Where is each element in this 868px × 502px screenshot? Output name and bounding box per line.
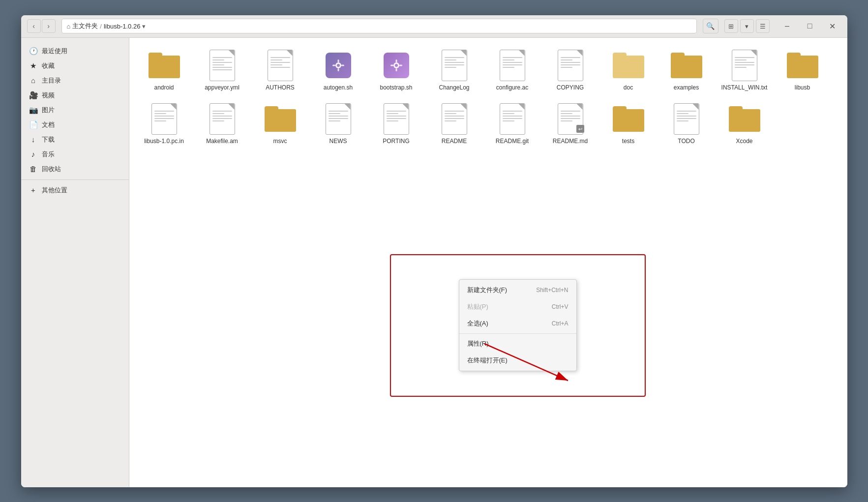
ctx-label-paste: 粘贴(P)	[467, 302, 488, 311]
path-home: 主文件夹	[72, 22, 98, 30]
context-menu-overlay: 新建文件夹(F) Shift+Ctrl+N 粘贴(P) Ctrl+V 全选(A)…	[129, 38, 847, 487]
close-button[interactable]: ✕	[822, 19, 843, 33]
toolbar-right: ⊞ ▾ ☰	[724, 19, 770, 33]
sidebar-label-trash: 回收站	[42, 165, 61, 174]
file-area[interactable]: android appveyor.yml	[129, 38, 847, 487]
sidebar-label-recent: 最近使用	[42, 47, 67, 56]
sidebar-label-other: 其他位置	[42, 186, 67, 195]
sort-button[interactable]: ▾	[740, 19, 754, 33]
ctx-label-properties: 属性(R)	[467, 339, 489, 348]
ctx-shortcut-new-folder: Shift+Ctrl+N	[536, 287, 568, 294]
trash-icon: 🗑	[29, 165, 38, 173]
sidebar: 🕐 最近使用 ★ 收藏 ⌂ 主目录 🎥 视频 📷 图片 📄 文档	[21, 38, 129, 487]
sidebar-label-downloads: 下载	[42, 135, 55, 144]
sidebar-item-home[interactable]: ⌂ 主目录	[21, 73, 129, 88]
ctx-shortcut-select-all: Ctrl+A	[552, 320, 569, 327]
ctx-item-new-folder[interactable]: 新建文件夹(F) Shift+Ctrl+N	[459, 282, 576, 298]
bookmarks-icon: ★	[29, 61, 38, 70]
path-current: libusb-1.0.26	[104, 23, 140, 30]
search-button[interactable]: 🔍	[703, 19, 718, 33]
main-area: 🕐 最近使用 ★ 收藏 ⌂ 主目录 🎥 视频 📷 图片 📄 文档	[21, 38, 847, 487]
sidebar-item-bookmarks[interactable]: ★ 收藏	[21, 59, 129, 73]
sidebar-item-music[interactable]: ♪ 音乐	[21, 147, 129, 162]
ctx-label-new-folder: 新建文件夹(F)	[467, 286, 508, 295]
sidebar-label-music: 音乐	[42, 150, 55, 159]
titlebar: ‹ › ⌂ 主文件夹 / libusb-1.0.26 ▾ 🔍 ⊞ ▾ ☰ – □…	[21, 15, 847, 38]
nav-arrows: ‹ ›	[27, 19, 56, 33]
ctx-item-properties[interactable]: 属性(R)	[459, 335, 576, 352]
sidebar-label-pictures: 图片	[42, 106, 55, 115]
minimize-button[interactable]: –	[777, 19, 798, 33]
home-dir-icon: ⌂	[29, 76, 38, 85]
maximize-button[interactable]: □	[799, 19, 821, 33]
home-icon: ⌂	[67, 23, 71, 30]
ctx-shortcut-paste: Ctrl+V	[552, 303, 569, 310]
sidebar-label-videos: 视频	[42, 91, 55, 100]
context-menu-box: 新建文件夹(F) Shift+Ctrl+N 粘贴(P) Ctrl+V 全选(A)…	[390, 254, 646, 397]
sidebar-item-recent[interactable]: 🕐 最近使用	[21, 44, 129, 59]
sidebar-label-documents: 文档	[42, 120, 55, 129]
ctx-item-select-all[interactable]: 全选(A) Ctrl+A	[459, 315, 576, 332]
ctx-divider	[459, 333, 576, 334]
sidebar-item-videos[interactable]: 🎥 视频	[21, 88, 129, 103]
sidebar-item-downloads[interactable]: ↓ 下载	[21, 132, 129, 147]
path-separator: /	[100, 23, 102, 30]
window-controls: – □ ✕	[777, 19, 843, 33]
dropdown-chevron-icon: ▾	[142, 23, 146, 30]
forward-button[interactable]: ›	[42, 19, 56, 33]
documents-icon: 📄	[29, 120, 38, 129]
ctx-label-select-all: 全选(A)	[467, 319, 488, 328]
sidebar-item-trash[interactable]: 🗑 回收站	[21, 162, 129, 177]
recent-icon: 🕐	[29, 47, 38, 56]
back-button[interactable]: ‹	[27, 19, 41, 33]
videos-icon: 🎥	[29, 91, 38, 100]
sidebar-divider	[21, 179, 129, 180]
sidebar-label-bookmarks: 收藏	[42, 61, 55, 70]
ctx-item-open-terminal[interactable]: 在终端打开(E)	[459, 352, 576, 369]
ctx-item-paste[interactable]: 粘贴(P) Ctrl+V	[459, 298, 576, 315]
addressbar[interactable]: ⌂ 主文件夹 / libusb-1.0.26 ▾	[61, 19, 697, 33]
downloads-icon: ↓	[29, 135, 38, 144]
pictures-icon: 📷	[29, 106, 38, 115]
context-menu[interactable]: 新建文件夹(F) Shift+Ctrl+N 粘贴(P) Ctrl+V 全选(A)…	[459, 279, 577, 371]
sidebar-item-other[interactable]: + 其他位置	[21, 183, 129, 198]
menu-button[interactable]: ☰	[756, 19, 770, 33]
file-manager-window: ‹ › ⌂ 主文件夹 / libusb-1.0.26 ▾ 🔍 ⊞ ▾ ☰ – □…	[21, 15, 847, 487]
grid-view-button[interactable]: ⊞	[724, 19, 738, 33]
music-icon: ♪	[29, 150, 38, 158]
sidebar-label-home: 主目录	[42, 76, 61, 85]
ctx-label-open-terminal: 在终端打开(E)	[467, 356, 508, 365]
other-icon: +	[29, 186, 38, 194]
sidebar-item-pictures[interactable]: 📷 图片	[21, 103, 129, 118]
sidebar-item-documents[interactable]: 📄 文档	[21, 118, 129, 132]
